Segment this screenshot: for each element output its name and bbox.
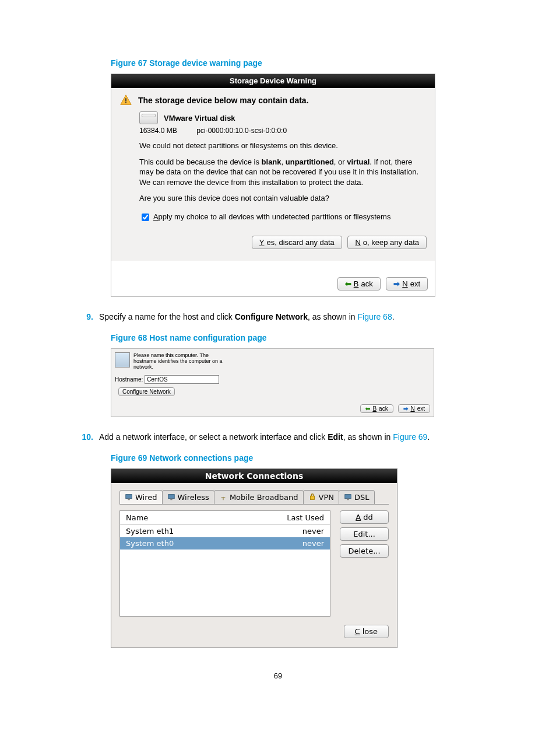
- mobile-icon: [219, 493, 227, 501]
- svg-rect-5: [170, 499, 173, 501]
- warning-para3: Are you sure this device does not contai…: [139, 193, 427, 204]
- close-button[interactable]: Close: [344, 625, 389, 638]
- wireless-icon: [167, 493, 175, 501]
- svg-rect-1: [125, 102, 126, 103]
- tab-wired[interactable]: Wired: [119, 490, 163, 504]
- svg-rect-4: [168, 495, 174, 499]
- tabs: Wired Wireless Mobile Broadband VPN DSL: [119, 490, 389, 505]
- apply-all-checkbox-row[interactable]: Apply my choice to all devices with unde…: [139, 212, 427, 223]
- warning-para1: We could not detect partitions or filesy…: [139, 141, 427, 151]
- back-button-f68[interactable]: ⬅ Back: [360, 404, 393, 413]
- no-keep-button[interactable]: No, keep any data: [347, 236, 427, 249]
- disk-name: VMware Virtual disk: [164, 114, 235, 123]
- add-button[interactable]: Add: [340, 510, 389, 524]
- arrow-right-icon: ➡: [403, 405, 408, 412]
- warning-heading: The storage device below may contain dat…: [138, 96, 309, 105]
- page-number: 69: [76, 671, 480, 680]
- delete-button[interactable]: Delete...: [340, 544, 389, 558]
- storage-warning-dialog: Storage Device Warning The storage devic…: [111, 74, 435, 297]
- col-last: Last Used: [266, 511, 330, 524]
- tab-vpn[interactable]: VPN: [303, 490, 339, 504]
- warning-para2: This could be because the device is blan…: [139, 157, 427, 188]
- hostname-input[interactable]: [145, 375, 219, 384]
- yes-discard-button[interactable]: Yes, discard any data: [252, 236, 342, 249]
- warning-icon: [119, 94, 132, 107]
- svg-rect-8: [347, 499, 349, 501]
- network-icon: [115, 352, 130, 368]
- dialog-titlebar: Network Connections: [111, 469, 397, 483]
- next-button[interactable]: ➡ Next: [386, 277, 428, 290]
- apply-all-checkbox[interactable]: [142, 214, 149, 221]
- svg-rect-2: [126, 495, 132, 499]
- tab-dsl[interactable]: DSL: [339, 490, 375, 504]
- figure-68-link[interactable]: Figure 68: [358, 312, 392, 321]
- arrow-right-icon: ➡: [393, 279, 400, 288]
- disk-size: 16384.0 MB: [139, 127, 195, 135]
- svg-rect-6: [310, 496, 314, 500]
- back-button[interactable]: ⬅ Back: [337, 277, 381, 290]
- list-item[interactable]: System eth0never: [120, 537, 330, 550]
- col-name: Name: [120, 511, 266, 524]
- next-button-f68[interactable]: ➡ Next: [398, 404, 430, 413]
- list-item[interactable]: System eth1never: [120, 525, 330, 537]
- hostname-note: Please name this computer. The hostname …: [133, 352, 227, 370]
- figure-68-caption: Figure 68 Host name configuration page: [111, 333, 480, 342]
- configure-network-button[interactable]: Configure Network: [118, 387, 175, 396]
- network-connections-dialog: Network Connections Wired Wireless Mobil…: [111, 468, 397, 648]
- svg-rect-3: [128, 499, 130, 501]
- svg-rect-7: [345, 495, 351, 499]
- connection-list[interactable]: Name Last Used System eth1neverSystem et…: [119, 510, 330, 617]
- step-10: 10. Add a network interface, or select a…: [76, 432, 480, 442]
- hostname-label: Hostname:: [115, 376, 143, 383]
- dsl-icon: [344, 493, 352, 501]
- disk-path: pci-0000:00:10.0-scsi-0:0:0:0: [196, 127, 287, 135]
- arrow-left-icon: ⬅: [345, 279, 351, 288]
- figure-69-link[interactable]: Figure 69: [393, 432, 427, 442]
- figure-69-caption: Figure 69 Network connections page: [111, 453, 480, 463]
- disk-sub: 16384.0 MB pci-0000:00:10.0-scsi-0:0:0:0: [139, 127, 427, 135]
- arrow-left-icon: ⬅: [365, 405, 370, 412]
- tab-mobile[interactable]: Mobile Broadband: [214, 490, 304, 504]
- tab-wireless[interactable]: Wireless: [162, 490, 214, 504]
- vpn-icon: [308, 493, 316, 501]
- dialog-titlebar: Storage Device Warning: [111, 74, 435, 88]
- step-9: 9. Specify a name for the host and click…: [76, 312, 480, 321]
- edit-button[interactable]: Edit...: [340, 527, 389, 541]
- disk-icon: [139, 111, 158, 124]
- hostname-config-page: Please name this computer. The hostname …: [111, 348, 434, 417]
- wired-icon: [125, 493, 133, 501]
- figure-67-caption: Figure 67 Storage device warning page: [111, 58, 480, 68]
- svg-rect-0: [125, 98, 126, 102]
